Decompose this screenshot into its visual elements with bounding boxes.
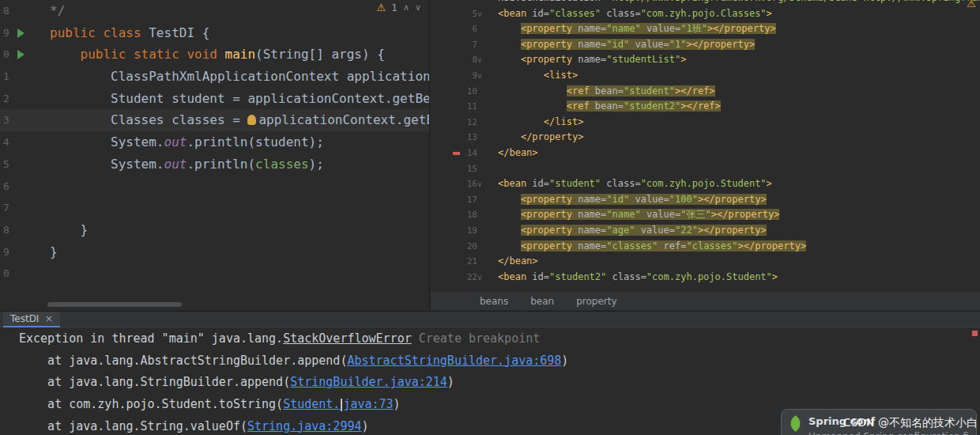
line-number: 21 [431, 254, 498, 270]
line-number: 0 [3, 44, 9, 66]
run-icon[interactable] [17, 50, 24, 59]
code-token [498, 23, 521, 34]
java-code-area[interactable]: 8*/9public class TestDI {0 public static… [0, 0, 429, 285]
console-line[interactable]: at java.lang.StringBuilder.append(String… [0, 372, 980, 394]
code-token: name= [572, 23, 606, 34]
xml-code-line[interactable]: 9∨ <list> [431, 68, 980, 84]
close-icon[interactable]: × [44, 312, 53, 324]
scrollbar-thumb[interactable] [47, 302, 182, 307]
code-token: name= [572, 225, 606, 236]
horizontal-scrollbar[interactable] [47, 302, 427, 307]
xml-code-line[interactable]: 19 <property name="age" value="22"></pro… [431, 223, 980, 239]
line-number: 8 [431, 52, 498, 68]
java-code-line[interactable]: 2 Student student = applicationContext.g… [0, 88, 429, 110]
code-token: ); [309, 157, 324, 172]
code-token: */ [50, 3, 65, 18]
java-code-line[interactable]: 0 [0, 263, 429, 285]
line-number: 14 [431, 146, 498, 161]
java-code-line[interactable]: 8 } [0, 219, 429, 241]
chevron-down-icon[interactable]: ∨ [415, 2, 421, 13]
gutter: 17 [431, 192, 498, 208]
code-token: at java.lang.StringBuilder.append( [19, 375, 290, 389]
breadcrumb-item-property[interactable]: property [576, 296, 616, 307]
java-code-line[interactable]: 9public class TestDI { [0, 22, 429, 44]
xml-code-area[interactable]: xsi:schemaLocation="http://www.springfra… [431, 0, 980, 285]
java-code-line[interactable]: 9} [0, 241, 429, 263]
chevron-up-icon[interactable]: ∧ [403, 2, 409, 13]
java-code-line[interactable]: 3 Classes classes = applicationContext.g… [0, 109, 429, 131]
java-code-line[interactable]: 5 System.out.println(classes); [0, 153, 429, 176]
code-token [498, 209, 521, 220]
xml-code-line[interactable]: 8∨ <property name="studentList"> [431, 52, 980, 68]
stack-frame-link[interactable]: String.java:2994 [247, 419, 362, 433]
console-tab-testdi[interactable]: TestDI × [3, 312, 60, 327]
code-token: Exception in thread "main" java.lang. [19, 331, 283, 346]
xml-code-line[interactable]: xsi:schemaLocation="http://www.springfra… [431, 0, 980, 6]
breadcrumb-item-beans[interactable]: beans [480, 296, 508, 307]
gutter: 8 [0, 219, 50, 241]
xml-code-line[interactable]: 22∨<bean id="student2" class="com.zyh.po… [431, 270, 980, 286]
xml-code-line[interactable]: 16∨<bean id="student" class="com.zyh.poj… [431, 176, 980, 192]
console-line[interactable]: Exception in thread "main" java.lang.Sta… [0, 328, 980, 350]
xml-code-line[interactable]: 15 [431, 161, 980, 177]
java-code-line[interactable]: 6 [0, 176, 429, 198]
code-token: value= [641, 209, 681, 220]
xml-code-line[interactable]: 11 <ref bean="student2"></ref> [431, 99, 980, 115]
xml-code-line[interactable]: 13 </property> [431, 130, 980, 146]
code-token: ></property> [711, 209, 780, 220]
run-icon[interactable] [17, 28, 24, 38]
java-code-line[interactable]: 4 System.out.println(student); [0, 131, 429, 153]
fold-icon[interactable]: ∨ [477, 52, 482, 68]
code-token: <list> [544, 70, 578, 81]
breadcrumb-item-bean[interactable]: bean [530, 296, 554, 307]
line-number: 17 [431, 192, 498, 208]
code-token: "age" [606, 225, 635, 236]
exception-class-link[interactable]: StackOverflowError [283, 331, 412, 346]
xml-code-line[interactable]: 20 <property name="classes" ref="classes… [431, 239, 980, 255]
code-token: "student2" [624, 100, 680, 112]
java-code-line[interactable]: 0 public static void main(String[] args)… [0, 44, 429, 66]
java-code-line[interactable]: 7 [0, 197, 429, 219]
stack-frame-link[interactable]: Student. [283, 397, 340, 411]
xml-code-line[interactable]: 17 <property name="id" value="100"></pro… [431, 192, 980, 208]
gutter: 11 [431, 99, 498, 115]
xml-code-line[interactable]: 12 </list> [431, 115, 980, 130]
ide-window: 8*/9public class TestDI {0 public static… [0, 0, 980, 435]
code-token [498, 54, 521, 65]
gutter: 1 [0, 66, 50, 88]
stack-frame-link[interactable]: java:73 [343, 397, 393, 411]
xml-code-line[interactable]: 14</bean> [431, 146, 980, 161]
line-number: 6 [431, 21, 498, 37]
gutter: 9 [0, 22, 50, 44]
xml-code-line[interactable]: 10 <ref bean="student"></ref> [431, 84, 980, 100]
code-token: "id" [606, 39, 629, 50]
warning-icon: ⚠ [377, 2, 386, 13]
code-token: ></property> [707, 23, 776, 34]
code-token [498, 85, 567, 96]
console-line[interactable]: at java.lang.AbstractStringBuilder.appen… [0, 350, 980, 373]
code-token: <property [521, 23, 572, 34]
fold-icon[interactable]: ∨ [477, 68, 482, 84]
line-number: 2 [3, 88, 9, 110]
fold-icon[interactable]: ∨ [477, 176, 482, 192]
line-number: 20 [431, 239, 498, 255]
fold-icon[interactable]: ∨ [477, 6, 482, 22]
java-code-line[interactable]: 8*/ [0, 0, 429, 22]
xml-code-line[interactable]: 21</bean> [431, 254, 980, 270]
fold-icon[interactable]: ∨ [477, 270, 482, 286]
stack-frame-link[interactable]: StringBuilder.java:214 [290, 375, 447, 389]
stack-frame-link[interactable]: AbstractStringBuilder.java:698 [347, 354, 561, 368]
intention-bulb-icon[interactable] [247, 115, 256, 125]
gutter: 0 [0, 263, 50, 285]
java-code-line[interactable]: 1 ClassPathXmlApplicationContext applica… [0, 66, 429, 88]
xml-code-line[interactable]: 6 <property name="name" value="1班"></pro… [431, 21, 980, 37]
gutter: 22∨ [431, 270, 498, 286]
line-number: 9 [431, 68, 498, 84]
gutter: 5∨ [431, 6, 498, 22]
xml-code-line[interactable]: 7 <property name="id" value="1"></proper… [431, 37, 980, 53]
gutter: 0 [0, 44, 50, 66]
code-token: at com.zyh.pojo.Student.toString( [19, 397, 283, 411]
xml-code-line[interactable]: 18 <property name="name" value="张三"></pr… [431, 207, 980, 223]
xml-code-line[interactable]: 5∨<bean id="classes" class="com.zyh.pojo… [431, 6, 980, 22]
watermark: CSDN @不知名的技术小白 [843, 416, 978, 430]
